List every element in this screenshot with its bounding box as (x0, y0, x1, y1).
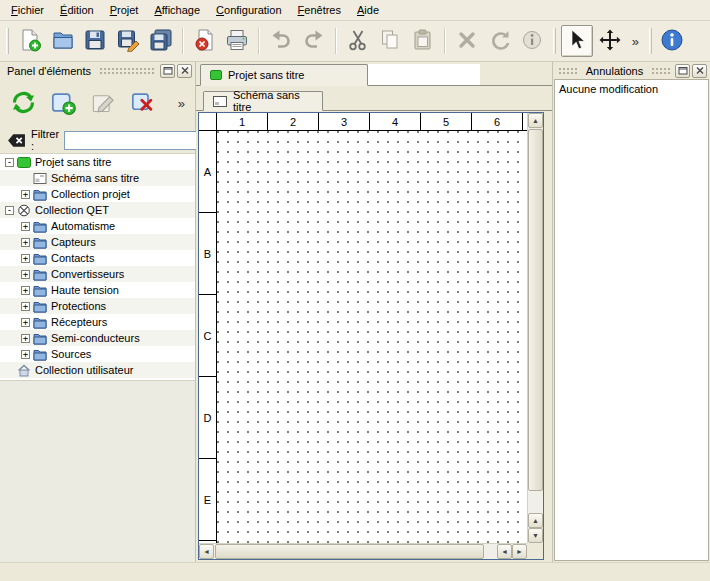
undo-button[interactable] (265, 25, 297, 57)
menu-aide[interactable]: Aide (349, 1, 387, 19)
cut-button[interactable] (342, 25, 374, 57)
horizontal-scroll-thumb[interactable] (215, 544, 484, 559)
tree-item-automatisme[interactable]: + Automatisme (0, 218, 195, 234)
redo-button[interactable] (298, 25, 330, 57)
expand-toggle[interactable]: + (21, 334, 30, 343)
float-panel-button[interactable] (675, 64, 690, 78)
scroll-up-button[interactable]: ▲ (528, 113, 543, 128)
tree-item-convertisseurs[interactable]: + Convertisseurs (0, 266, 195, 282)
clear-filter-icon[interactable] (7, 133, 26, 148)
undo-empty-text: Aucune modification (559, 83, 658, 95)
rotate-button[interactable] (484, 25, 516, 57)
about-button[interactable] (656, 25, 688, 57)
tree-item-protections[interactable]: + Protections (0, 298, 195, 314)
expand-toggle[interactable]: + (21, 222, 30, 231)
tree-item-collection-qet[interactable]: - Collection QET (0, 202, 195, 218)
tree-item-collection-utilisateur[interactable]: Collection utilisateur (0, 362, 195, 378)
delete-button[interactable] (451, 25, 483, 57)
save-all-button[interactable] (145, 25, 177, 57)
reload-collections-button[interactable] (6, 86, 40, 120)
new-file-button[interactable] (14, 25, 46, 57)
expand-toggle[interactable]: + (21, 270, 30, 279)
tree-item-sources[interactable]: + Sources (0, 346, 195, 362)
expand-toggle[interactable]: + (21, 238, 30, 247)
element-info-button[interactable] (517, 25, 549, 57)
tree-item-haute-tension[interactable]: + Haute tension (0, 282, 195, 298)
tree-item-semi-conducteurs[interactable]: + Semi-conducteurs (0, 330, 195, 346)
paste-button[interactable] (407, 25, 439, 57)
tree-item-projet-sans-titre[interactable]: - Projet sans titre (0, 154, 195, 170)
save-button[interactable] (80, 25, 112, 57)
toolbar-handle[interactable] (553, 28, 556, 54)
expand-toggle[interactable]: + (21, 190, 30, 199)
tree-item-capteurs[interactable]: + Capteurs (0, 234, 195, 250)
close-panel-button[interactable] (177, 64, 192, 78)
dock-drag-handle[interactable] (99, 67, 156, 74)
tree-item-label: Sources (51, 348, 91, 360)
scroll-down-button[interactable]: ▼ (528, 528, 543, 543)
tree-item-label: Collection QET (35, 204, 109, 216)
scroll-right-button[interactable]: ► (512, 544, 527, 559)
tab-schema-sans-titre[interactable]: Schéma sans titre (203, 91, 323, 111)
cursor-arrow-icon (565, 28, 589, 54)
close-panel-button[interactable] (692, 64, 707, 78)
copy-button[interactable] (375, 25, 407, 57)
vertical-scroll-track[interactable] (528, 128, 543, 513)
expand-toggle[interactable]: + (21, 302, 30, 311)
expand-toggle[interactable]: - (5, 206, 14, 215)
toolbar-handle[interactable] (6, 28, 9, 54)
panel-toolbar-overflow-button[interactable]: » (174, 96, 189, 111)
dock-drag-handle[interactable] (651, 67, 671, 74)
menu-fichier[interactable]: Fichier (3, 1, 52, 19)
expand-toggle[interactable]: + (21, 318, 30, 327)
filter-input[interactable] (64, 131, 214, 150)
tree-item-label: Haute tension (51, 284, 119, 296)
vertical-scrollbar[interactable]: ▲ ▲ ▼ (527, 113, 543, 543)
close-file-button[interactable] (189, 25, 221, 57)
scroll-left-button[interactable]: ◄ (497, 544, 512, 559)
user-collection-icon (17, 364, 32, 377)
new-element-icon (50, 89, 77, 118)
selection-mode-button[interactable] (561, 25, 593, 57)
menu-affichage[interactable]: Affichage (146, 1, 208, 19)
new-element-button[interactable] (46, 86, 80, 120)
tree-item-label: Collection utilisateur (35, 364, 133, 376)
tree-item-recepteurs[interactable]: + Récepteurs (0, 314, 195, 330)
tree-item-schema-sans-titre[interactable]: Schéma sans titre (0, 170, 195, 186)
menu-fenetres[interactable]: Fenêtres (290, 1, 349, 19)
tab-projet-sans-titre[interactable]: Projet sans titre (200, 64, 368, 86)
vertical-scroll-thumb[interactable] (528, 129, 543, 491)
save-as-button[interactable] (112, 25, 144, 57)
expand-toggle[interactable]: + (21, 286, 30, 295)
expand-toggle[interactable]: - (5, 158, 14, 167)
print-button[interactable] (222, 25, 254, 57)
tree-item-contacts[interactable]: + Contacts (0, 250, 195, 266)
float-panel-button[interactable] (160, 64, 175, 78)
open-file-button[interactable] (47, 25, 79, 57)
dock-drag-handle[interactable] (558, 67, 578, 74)
horizontal-scroll-track[interactable] (214, 544, 497, 559)
toolbar-handle[interactable] (649, 28, 652, 54)
diagram-grid[interactable] (217, 131, 527, 543)
move-mode-button[interactable] (594, 25, 626, 57)
elements-panel-titlebar: Panel d'éléments (0, 62, 195, 79)
folder-icon (33, 332, 48, 345)
elements-panel-title: Panel d'éléments (3, 65, 95, 77)
expand-toggle[interactable]: + (21, 350, 30, 359)
toolbar-overflow-button[interactable]: » (627, 34, 644, 49)
undo-history-list[interactable]: Aucune modification (554, 79, 709, 561)
expand-toggle[interactable]: + (21, 254, 30, 263)
scroll-up-button[interactable]: ▲ (528, 513, 543, 528)
edit-element-button[interactable] (86, 86, 120, 120)
save-all-icon (149, 28, 173, 54)
menu-projet[interactable]: Projet (102, 1, 147, 19)
menu-configuration[interactable]: Configuration (208, 1, 289, 19)
horizontal-scrollbar[interactable]: ◄ ◄ ► (199, 543, 527, 559)
open-folder-icon (51, 28, 75, 54)
tree-item-collection-projet[interactable]: + Collection projet (0, 186, 195, 202)
delete-element-button[interactable] (126, 86, 160, 120)
diagram-view[interactable]: 1 2 3 4 5 6 A B C D E ▲ (198, 112, 544, 560)
scroll-left-button[interactable]: ◄ (199, 544, 214, 559)
menu-edition[interactable]: Édition (52, 1, 102, 19)
diagram-canvas[interactable]: 1 2 3 4 5 6 A B C D E (199, 113, 527, 543)
